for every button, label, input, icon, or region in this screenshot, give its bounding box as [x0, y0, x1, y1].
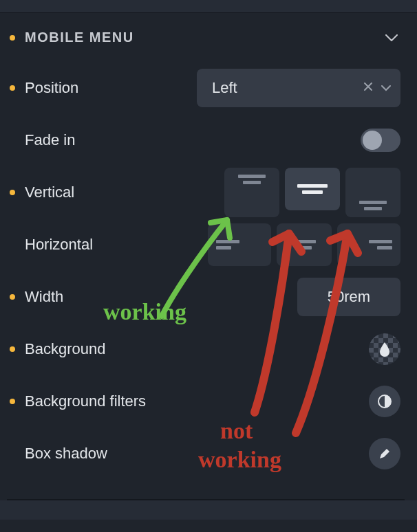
section-header[interactable]: MOBILE MENU: [7, 13, 405, 62]
row-width: Width 50rem: [7, 271, 405, 323]
horizontal-label: Horizontal: [25, 236, 93, 254]
fade-in-toggle[interactable]: [361, 129, 400, 152]
background-color-button[interactable]: [369, 333, 400, 365]
background-filters-label: Background filters: [25, 392, 146, 410]
width-label: Width: [25, 288, 63, 306]
row-position: Position Left: [7, 62, 405, 114]
horizontal-option-center[interactable]: [277, 223, 332, 266]
width-value: 50rem: [328, 288, 370, 306]
spacer-dot: [10, 137, 15, 143]
chevron-down-icon: [385, 32, 398, 44]
contrast-icon: [377, 394, 392, 409]
horizontal-options: [208, 223, 400, 266]
spacer-dot: [10, 451, 15, 456]
vertical-option-top[interactable]: [224, 168, 279, 217]
modified-dot-icon: [10, 85, 15, 91]
background-filters-button[interactable]: [369, 386, 400, 417]
clear-icon[interactable]: [363, 82, 373, 94]
row-fade-in: Fade in: [7, 114, 405, 166]
row-horizontal: Horizontal: [7, 219, 405, 271]
mobile-menu-panel: MOBILE MENU Position Left: [0, 13, 417, 500]
chevron-down-icon[interactable]: [381, 82, 391, 94]
bottom-strip: [0, 500, 417, 520]
pencil-icon: [378, 447, 391, 460]
box-shadow-label: Box shadow: [25, 445, 107, 463]
horizontal-option-right[interactable]: [337, 223, 400, 266]
position-select-value: Left: [212, 79, 237, 97]
vertical-option-middle[interactable]: [285, 168, 340, 210]
row-vertical: Vertical: [7, 166, 405, 219]
fade-in-label: Fade in: [25, 131, 75, 149]
toggle-knob: [363, 131, 382, 150]
vertical-options: [224, 168, 400, 217]
modified-dot-icon: [10, 294, 15, 300]
top-bar: [0, 0, 417, 13]
position-select[interactable]: Left: [197, 69, 400, 107]
horizontal-option-left[interactable]: [208, 223, 271, 266]
modified-dot-icon: [10, 190, 15, 195]
row-background-filters: Background filters: [7, 375, 405, 428]
position-label: Position: [25, 79, 78, 97]
modified-dot-icon: [10, 35, 15, 41]
row-background: Background: [7, 323, 405, 375]
background-label: Background: [25, 340, 105, 358]
spacer-dot: [10, 242, 15, 247]
droplet-icon: [378, 341, 392, 357]
vertical-label: Vertical: [25, 184, 74, 201]
box-shadow-button[interactable]: [369, 438, 400, 469]
modified-dot-icon: [10, 346, 15, 352]
section-title: MOBILE MENU: [25, 30, 385, 45]
row-box-shadow: Box shadow: [7, 428, 405, 480]
vertical-option-bottom[interactable]: [345, 168, 400, 217]
width-input[interactable]: 50rem: [297, 278, 400, 316]
modified-dot-icon: [10, 399, 15, 404]
